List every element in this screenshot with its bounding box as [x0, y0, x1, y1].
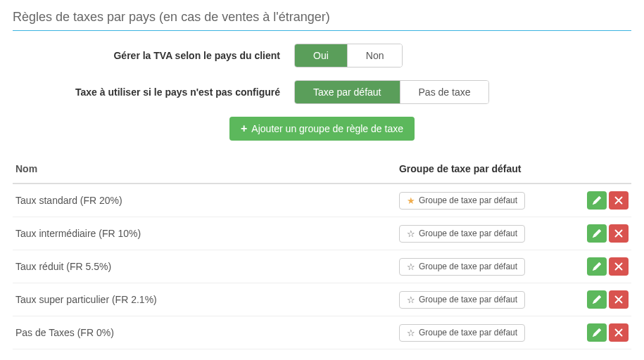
pencil-icon — [593, 196, 601, 205]
close-icon — [614, 196, 623, 205]
delete-button[interactable] — [609, 224, 629, 243]
row-name: Taux intermédiaire (FR 10%) — [13, 217, 396, 250]
row-default-cell: ☆Groupe de taxe par défaut — [396, 217, 569, 250]
table-row: Taux intermédiaire (FR 10%)☆Groupe de ta… — [13, 217, 631, 250]
add-row: + Ajouter un groupe de règle de taxe — [13, 117, 631, 141]
row-default-cell: ☆Groupe de taxe par défaut — [396, 250, 569, 283]
row-default-cell: ☆Groupe de taxe par défaut — [396, 283, 569, 316]
row-actions — [569, 283, 631, 316]
fallback-toggle-none[interactable]: Pas de taxe — [400, 81, 489, 103]
row-actions — [569, 316, 631, 349]
set-default-button[interactable]: ☆Groupe de taxe par défaut — [399, 324, 525, 342]
set-default-button[interactable]: ☆Groupe de taxe par défaut — [399, 258, 525, 276]
row-actions — [569, 184, 631, 217]
set-default-label: Groupe de taxe par défaut — [419, 262, 517, 271]
fallback-toggle-label: Taxe à utiliser si le pays n'est pas con… — [13, 86, 294, 98]
row-actions — [569, 217, 631, 250]
set-default-label: Groupe de taxe par défaut — [419, 328, 517, 338]
edit-button[interactable] — [587, 323, 607, 342]
vat-toggle-row: Gérer la TVA selon le pays du client Oui… — [13, 44, 631, 68]
table-row: Pas de Taxes (FR 0%)☆Groupe de taxe par … — [13, 316, 631, 349]
star-outline-icon: ☆ — [407, 328, 415, 338]
fallback-toggle-default[interactable]: Taxe par défaut — [295, 81, 400, 103]
set-default-button[interactable]: ★Groupe de taxe par défaut — [399, 192, 525, 210]
table-row: Taux super particulier (FR 2.1%)☆Groupe … — [13, 283, 631, 316]
star-outline-icon: ☆ — [407, 262, 415, 272]
set-default-button[interactable]: ☆Groupe de taxe par défaut — [399, 225, 525, 243]
pencil-icon — [593, 328, 601, 337]
delete-button[interactable] — [609, 290, 629, 309]
close-icon — [614, 262, 623, 271]
star-outline-icon: ☆ — [407, 229, 415, 239]
row-name: Taux standard (FR 20%) — [13, 184, 396, 217]
row-name: Taux réduit (FR 5.5%) — [13, 250, 396, 283]
vat-toggle-yes[interactable]: Oui — [295, 44, 348, 67]
row-actions — [569, 250, 631, 283]
section-title: Règles de taxes par pays (en cas de vent… — [13, 10, 631, 31]
star-outline-icon: ☆ — [407, 295, 415, 305]
row-default-cell: ★Groupe de taxe par défaut — [396, 184, 569, 217]
edit-button[interactable] — [587, 224, 607, 243]
set-default-button[interactable]: ☆Groupe de taxe par défaut — [399, 291, 525, 309]
vat-toggle-label: Gérer la TVA selon le pays du client — [13, 50, 294, 61]
row-name: Pas de Taxes (FR 0%) — [13, 316, 396, 349]
edit-button[interactable] — [587, 290, 607, 309]
pencil-icon — [593, 262, 601, 271]
vat-toggle-no[interactable]: Non — [348, 44, 403, 67]
pencil-icon — [593, 229, 601, 238]
close-icon — [614, 295, 623, 304]
add-tax-group-label: Ajouter un groupe de règle de taxe — [251, 123, 403, 134]
close-icon — [614, 229, 623, 238]
pencil-icon — [593, 295, 601, 304]
delete-button[interactable] — [609, 191, 629, 210]
header-actions — [569, 156, 631, 184]
add-tax-group-button[interactable]: + Ajouter un groupe de règle de taxe — [229, 117, 415, 141]
row-name: Taux super particulier (FR 2.1%) — [13, 283, 396, 316]
plus-icon: + — [241, 123, 247, 134]
fallback-toggle-group: Taxe par défaut Pas de taxe — [294, 80, 489, 104]
header-default-group: Groupe de taxe par défaut — [396, 156, 569, 184]
delete-button[interactable] — [609, 323, 629, 342]
table-row: Taux réduit (FR 5.5%)☆Groupe de taxe par… — [13, 250, 631, 283]
edit-button[interactable] — [587, 191, 607, 210]
star-filled-icon: ★ — [407, 195, 415, 206]
set-default-label: Groupe de taxe par défaut — [419, 229, 517, 238]
header-name: Nom — [13, 156, 396, 184]
table-row: Taux standard (FR 20%)★Groupe de taxe pa… — [13, 184, 631, 217]
delete-button[interactable] — [609, 257, 629, 276]
edit-button[interactable] — [587, 257, 607, 276]
fallback-toggle-row: Taxe à utiliser si le pays n'est pas con… — [13, 80, 631, 104]
close-icon — [614, 328, 623, 337]
row-default-cell: ☆Groupe de taxe par défaut — [396, 316, 569, 349]
set-default-label: Groupe de taxe par défaut — [419, 295, 517, 304]
vat-toggle-group: Oui Non — [294, 44, 403, 68]
set-default-label: Groupe de taxe par défaut — [419, 195, 517, 205]
tax-rules-table: Nom Groupe de taxe par défaut Taux stand… — [13, 156, 631, 349]
